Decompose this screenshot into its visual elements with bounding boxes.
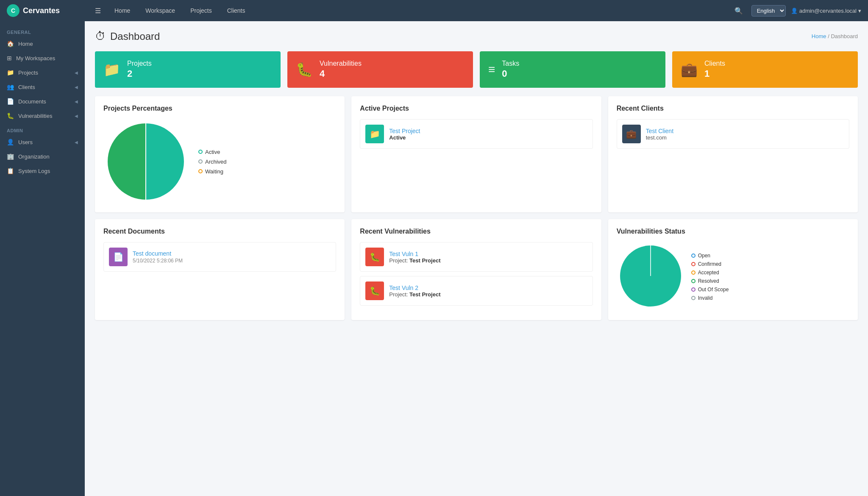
project-icon: 📁	[365, 125, 384, 143]
list-item: 📁 Test Project Active	[360, 119, 593, 149]
clients-stat-value: 1	[704, 68, 725, 79]
chevron-icon: ◀	[75, 70, 78, 75]
sidebar-item-label: Clients	[18, 84, 35, 90]
stat-card-projects[interactable]: 📁 Projects 2	[95, 51, 281, 88]
home-icon: 🏠	[7, 40, 14, 47]
legend-confirmed: Confirmed	[691, 261, 729, 267]
sidebar-item-vulnerabilities[interactable]: 🐛 Vulnerabilities ◀	[0, 109, 85, 123]
open-label: Open	[698, 253, 710, 259]
main-content: ⏱ Dashboard Home / Dashboard 📁 Projects …	[85, 21, 868, 496]
document-name[interactable]: Test document	[133, 250, 183, 257]
sidebar-item-documents[interactable]: 📄 Documents ◀	[0, 94, 85, 109]
list-item: 📄 Test document 5/10/2022 5:28:06 PM	[103, 242, 336, 272]
vuln-name[interactable]: Test Vuln 1	[389, 251, 440, 257]
projects-icon: 📁	[7, 69, 14, 76]
projects-stat-icon: 📁	[103, 61, 120, 78]
legend-out-of-scope: Out Of Scope	[691, 287, 729, 293]
vuln-legend: Open Confirmed Accepted Resolved	[691, 253, 729, 301]
page-header: ⏱ Dashboard Home / Dashboard	[95, 30, 858, 43]
recent-vulnerabilities-title: Recent Vulnerabilities	[360, 228, 593, 235]
breadcrumb: Home / Dashboard	[812, 33, 858, 39]
nav-clients[interactable]: Clients	[220, 1, 252, 20]
accepted-dot	[691, 270, 696, 275]
client-name[interactable]: Test Client	[646, 128, 673, 134]
projects-percentages-title: Projects Percentages	[103, 105, 336, 112]
projects-stat-label: Projects	[127, 60, 152, 67]
clients-stat-icon: 💼	[681, 61, 698, 78]
hamburger-menu[interactable]: ☰	[92, 5, 104, 17]
sidebar-item-users[interactable]: 👤 Users ◀	[0, 135, 85, 149]
vuln-project: Project: Test Project	[389, 291, 440, 298]
vulnerabilities-status-panel: Vulnerabilities Status Open	[608, 219, 858, 320]
pie-chart	[103, 119, 188, 204]
dashboard-icon: ⏱	[95, 30, 106, 43]
project-status: Active	[389, 134, 420, 141]
tasks-stat-label: Tasks	[502, 60, 519, 67]
dashboard-grid: Projects Percentages	[95, 96, 858, 212]
sidebar-item-organization[interactable]: 🏢 Organization	[0, 149, 85, 164]
documents-icon: 📄	[7, 98, 14, 105]
legend-archived: Archived	[198, 159, 227, 165]
waiting-dot	[198, 169, 203, 173]
chevron-icon: ◀	[75, 85, 78, 89]
vuln-chart-area: Open Confirmed Accepted Resolved	[617, 242, 849, 312]
projects-percentages-panel: Projects Percentages	[95, 96, 345, 212]
sidebar-item-clients[interactable]: 👥 Clients ◀	[0, 80, 85, 94]
stats-row: 📁 Projects 2 🐛 Vulnerabilities 4 ≡ Tasks…	[95, 51, 858, 88]
stat-card-tasks[interactable]: ≡ Tasks 0	[480, 51, 665, 88]
search-icon[interactable]: 🔍	[731, 5, 746, 17]
vulnerabilities-stat-value: 4	[320, 68, 362, 79]
nav-workspace[interactable]: Workspace	[139, 1, 182, 20]
chevron-icon: ◀	[75, 140, 78, 145]
topnav-right: 🔍 English 👤 admin@cervantes.local ▾	[731, 5, 861, 17]
vuln-name[interactable]: Test Vuln 2	[389, 284, 440, 291]
archived-dot	[198, 159, 203, 164]
sidebar-item-system-logs[interactable]: 📋 System Logs	[0, 164, 85, 178]
sidebar-item-label: Vulnerabilities	[18, 113, 52, 119]
org-icon: 🏢	[7, 153, 14, 160]
app-name: Cervantes	[23, 6, 60, 15]
vuln-icon: 🐛	[365, 281, 384, 300]
recent-clients-title: Recent Clients	[617, 105, 849, 112]
user-dropdown-icon: ▾	[858, 8, 861, 14]
vuln-pie-chart	[617, 242, 684, 312]
user-menu[interactable]: 👤 admin@cervantes.local ▾	[791, 8, 861, 14]
sidebar-item-label: Projects	[18, 70, 38, 76]
stat-card-vulnerabilities[interactable]: 🐛 Vulnerabilities 4	[287, 51, 473, 88]
app-brand: C Cervantes	[7, 4, 92, 17]
confirmed-dot	[691, 262, 696, 266]
project-name[interactable]: Test Project	[389, 128, 420, 134]
page-title: Dashboard	[110, 31, 160, 42]
users-icon: 👤	[7, 139, 14, 145]
confirmed-label: Confirmed	[698, 261, 721, 267]
app-body: GENERAL 🏠 Home ⊞ My Workspaces 📁 Project…	[0, 21, 868, 496]
invalid-label: Invalid	[698, 295, 713, 301]
recent-vulnerabilities-panel: Recent Vulnerabilities 🐛 Test Vuln 1 Pro…	[351, 219, 601, 320]
chevron-icon: ◀	[75, 99, 78, 104]
workspaces-icon: ⊞	[7, 55, 12, 61]
sidebar-item-projects[interactable]: 📁 Projects ◀	[0, 65, 85, 80]
document-date: 5/10/2022 5:28:06 PM	[133, 258, 183, 264]
legend-open: Open	[691, 253, 729, 259]
active-projects-title: Active Projects	[360, 105, 593, 112]
resolved-dot	[691, 279, 696, 283]
legend-accepted: Accepted	[691, 270, 729, 276]
chart-legend: Active Archived Waiting	[198, 149, 227, 175]
accepted-label: Accepted	[698, 270, 719, 276]
sidebar-item-workspaces[interactable]: ⊞ My Workspaces	[0, 51, 85, 65]
breadcrumb-home[interactable]: Home	[812, 33, 826, 39]
list-item: 💼 Test Client test.com	[617, 119, 849, 149]
sidebar-item-label: Organization	[18, 153, 50, 160]
sidebar-item-home[interactable]: 🏠 Home	[0, 36, 85, 51]
sidebar-item-label: My Workspaces	[16, 55, 55, 61]
archived-label: Archived	[205, 159, 227, 165]
language-select[interactable]: English	[751, 5, 786, 17]
waiting-label: Waiting	[205, 168, 223, 175]
stat-card-clients[interactable]: 💼 Clients 1	[672, 51, 858, 88]
sidebar-item-label: Home	[18, 41, 33, 47]
nav-projects[interactable]: Projects	[184, 1, 219, 20]
recent-clients-panel: Recent Clients 💼 Test Client test.com	[608, 96, 858, 212]
vuln-project: Project: Test Project	[389, 257, 440, 264]
nav-home[interactable]: Home	[108, 1, 137, 20]
tasks-stat-value: 0	[502, 68, 519, 79]
